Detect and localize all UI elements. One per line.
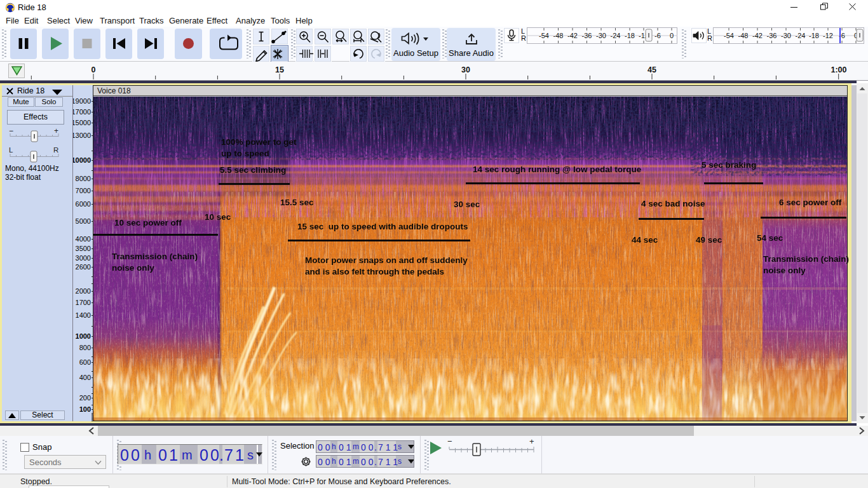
svg-text:200: 200 — [79, 394, 91, 402]
svg-text:1:00: 1:00 — [831, 65, 846, 74]
svg-text:-42: -42 — [752, 32, 763, 39]
svg-text:−: − — [447, 437, 452, 446]
svg-text:15000: 15000 — [73, 119, 91, 126]
svg-text:100: 100 — [79, 405, 91, 413]
svg-text:15: 15 — [275, 65, 284, 74]
svg-text:10000: 10000 — [73, 156, 91, 164]
svg-text:L: L — [9, 146, 13, 154]
svg-text:2000: 2000 — [76, 287, 91, 295]
svg-text:-24: -24 — [796, 32, 806, 39]
svg-text:-48: -48 — [738, 32, 749, 39]
svg-text:17000: 17000 — [73, 108, 91, 116]
svg-text:-48: -48 — [553, 32, 564, 39]
svg-text:19000: 19000 — [73, 97, 91, 105]
svg-text:-36: -36 — [767, 32, 777, 39]
svg-text:-24: -24 — [611, 32, 621, 39]
svg-text:8000: 8000 — [76, 175, 91, 182]
svg-text:0: 0 — [92, 65, 96, 74]
svg-text:-18: -18 — [625, 32, 635, 39]
svg-text:-36: -36 — [582, 32, 592, 39]
svg-text:2600: 2600 — [76, 263, 91, 271]
svg-text:1700: 1700 — [76, 299, 91, 306]
svg-text:+: + — [529, 437, 534, 446]
svg-text:7000: 7000 — [76, 187, 91, 194]
svg-text:-54: -54 — [539, 32, 549, 39]
svg-text:6000: 6000 — [76, 200, 91, 208]
svg-text:-54: -54 — [724, 32, 734, 39]
svg-text:-42: -42 — [567, 32, 578, 39]
svg-text:600: 600 — [79, 358, 91, 366]
svg-text:+: + — [54, 126, 58, 135]
svg-text:400: 400 — [79, 374, 91, 381]
svg-text:4000: 4000 — [76, 235, 91, 243]
svg-text:1400: 1400 — [76, 311, 91, 319]
svg-text:R: R — [53, 146, 58, 154]
svg-text:-30: -30 — [781, 32, 791, 39]
svg-text:3500: 3500 — [76, 245, 91, 252]
svg-text:5000: 5000 — [76, 217, 91, 225]
svg-text:-12: -12 — [823, 32, 833, 39]
svg-text:800: 800 — [79, 344, 91, 351]
svg-text:3000: 3000 — [76, 254, 91, 262]
svg-text:1000: 1000 — [76, 332, 91, 340]
svg-text:-30: -30 — [596, 32, 606, 39]
svg-text:30: 30 — [461, 65, 470, 74]
svg-text:45: 45 — [648, 65, 656, 74]
svg-text:-6: -6 — [654, 32, 661, 39]
svg-text:13000: 13000 — [73, 132, 91, 139]
svg-text:−: − — [9, 126, 13, 135]
svg-text:0: 0 — [670, 32, 674, 39]
svg-text:-18: -18 — [809, 32, 819, 39]
